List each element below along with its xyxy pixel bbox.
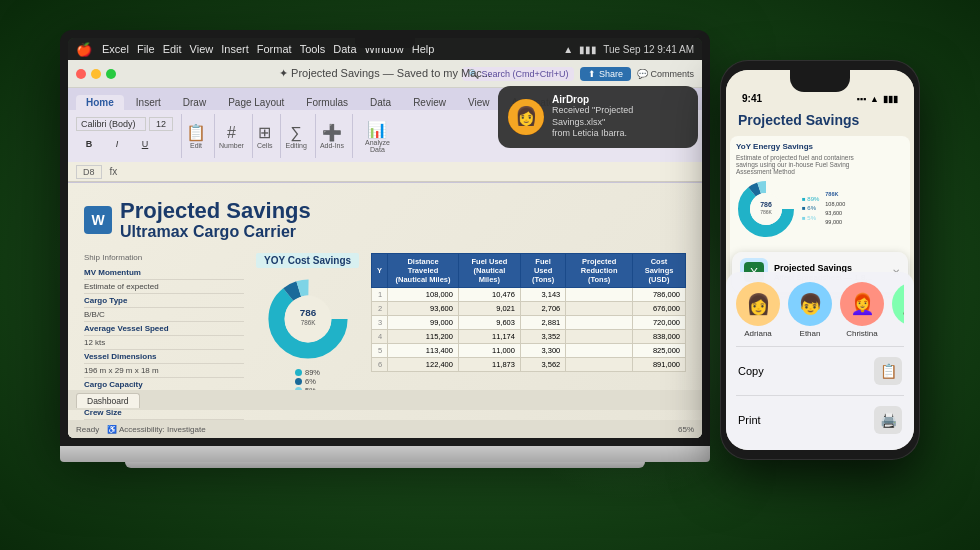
iphone-status-icons: ▪▪▪ ▲ ▮▮▮	[857, 94, 899, 104]
tab-pagelayout[interactable]: Page Layout	[218, 95, 294, 110]
window-title: ✦ Projected Savings — Saved to my Mac...	[279, 67, 491, 80]
iphone-donut-chart: 786 786K	[736, 179, 796, 239]
savings-table: Y Distance Traveled (Nautical Miles) Fue…	[371, 253, 686, 372]
svg-text:786K: 786K	[760, 209, 772, 215]
sheet-body: Ship Information MV Momentum Estimate of…	[84, 253, 686, 438]
airdrop-avatar: 👩	[508, 99, 544, 135]
iphone-chart-row: 786 786K ■ 89% ■ 6% ■ 5% 786K 108,000 93…	[736, 179, 904, 239]
share-name-ethan: Ethan	[800, 329, 821, 338]
formula-bar-separator: fx	[110, 166, 118, 177]
menu-excel[interactable]: Excel	[102, 43, 129, 55]
share-person-adriana[interactable]: 👩 Adriana	[736, 282, 780, 338]
sheet-tab-dashboard[interactable]: Dashboard	[76, 393, 140, 408]
iphone-excel-inner: YoY Energy Savings Estimate of projected…	[730, 136, 910, 245]
analyze-data-group: 📊 AnalyzeData	[357, 120, 390, 153]
share-option-print-label: Print	[738, 414, 761, 426]
legend-item-1: 89%	[295, 368, 320, 377]
close-button[interactable]	[76, 69, 86, 79]
tab-view[interactable]: View	[458, 95, 500, 110]
legend-item-2: 6%	[295, 377, 320, 386]
menu-help[interactable]: Help	[412, 43, 435, 55]
cells-group: ⊞ Cells	[257, 114, 282, 158]
tab-formulas[interactable]: Formulas	[296, 95, 358, 110]
iphone-wifi-icon: ▲	[870, 94, 879, 104]
tab-insert[interactable]: Insert	[126, 95, 171, 110]
macbook-foot	[125, 462, 645, 468]
iphone-excel-title: YoY Energy Savings	[736, 142, 904, 151]
share-avatar-adriana: 👩	[736, 282, 780, 326]
airdrop-notification[interactable]: 👩 AirDrop Received "Projected Savings.xl…	[498, 86, 698, 148]
ship-info-table: Ship Information MV Momentum Estimate of…	[84, 253, 244, 438]
clipboard-group: 📋 Edit	[186, 114, 215, 158]
menu-data[interactable]: Data	[333, 43, 356, 55]
menu-tools[interactable]: Tools	[300, 43, 326, 55]
share-person-ethan[interactable]: 👦 Ethan	[788, 282, 832, 338]
table-row: 4 115,200 11,174 3,352 838,000	[372, 329, 686, 343]
macbook-device: 🍎 Excel File Edit View Insert Format Too…	[60, 30, 710, 468]
donut-chart: 786 786K	[263, 274, 353, 364]
addins-group: ➕ Add-Ins	[320, 114, 353, 158]
cell-reference[interactable]: D8	[76, 165, 102, 179]
italic-button[interactable]: I	[104, 133, 130, 155]
ship-row-dim: Vessel Dimensions	[84, 350, 244, 364]
status-bar: Ready ♿ Accessibility: Investigate 65%	[68, 420, 702, 438]
menu-format[interactable]: Format	[257, 43, 292, 55]
share-option-copy[interactable]: Copy 📋	[736, 351, 904, 391]
share-divider	[736, 346, 904, 347]
share-sheet: 👩 Adriana 👦 Ethan 👩‍🦰 Christina 👧 Lia	[726, 272, 914, 450]
excel-window: ✦ Projected Savings — Saved to my Mac...…	[68, 60, 702, 438]
col-fuel-used: Fuel Used (Nautical Miles)	[458, 253, 520, 287]
macbook-screen: 🍎 Excel File Edit View Insert Format Too…	[68, 38, 702, 438]
legend-dot-2	[295, 378, 302, 385]
maximize-button[interactable]	[106, 69, 116, 79]
ship-row-cargo-val: B/B/C	[84, 308, 244, 322]
iphone-excel-desc: Estimate of projected fuel and container…	[736, 154, 904, 175]
apple-logo-icon[interactable]: 🍎	[76, 42, 92, 57]
minimize-button[interactable]	[91, 69, 101, 79]
tab-draw[interactable]: Draw	[173, 95, 216, 110]
doc-title-main: Projected Savings	[120, 199, 311, 223]
iphone-battery-icon: ▮▮▮	[883, 94, 898, 104]
ship-row-cargo: Cargo Type	[84, 294, 244, 308]
iphone-sheet-title: Projected Savings	[726, 108, 914, 132]
table-row: 3 99,000 9,603 2,881 720,000	[372, 315, 686, 329]
menu-view[interactable]: View	[190, 43, 214, 55]
number-group: # Number	[219, 114, 253, 158]
tab-home[interactable]: Home	[76, 95, 124, 110]
airdrop-body: Received "Projected Savings.xlsx" from L…	[552, 105, 688, 140]
share-person-lia[interactable]: 👧 Lia	[892, 282, 904, 338]
ship-info-label: Ship Information	[84, 253, 244, 262]
ship-row-speed-val: 12 kts	[84, 336, 244, 350]
zoom-level: 65%	[678, 425, 694, 434]
macbook-screen-wrapper: 🍎 Excel File Edit View Insert Format Too…	[60, 30, 710, 446]
share-people-row: 👩 Adriana 👦 Ethan 👩‍🦰 Christina 👧 Lia	[736, 282, 904, 338]
col-savings: Cost Savings (USD)	[633, 253, 686, 287]
iphone-chart-labels: ■ 89% ■ 6% ■ 5%	[802, 195, 819, 224]
bold-button[interactable]: B	[76, 133, 102, 155]
font-size-display[interactable]: 12	[149, 117, 173, 131]
share-avatar-christina: 👩‍🦰	[840, 282, 884, 326]
menu-insert[interactable]: Insert	[221, 43, 249, 55]
iphone-notch	[790, 70, 850, 92]
chart-title: YOY Cost Savings	[256, 253, 359, 268]
share-name-christina: Christina	[846, 329, 878, 338]
share-person-christina[interactable]: 👩‍🦰 Christina	[840, 282, 884, 338]
tab-data[interactable]: Data	[360, 95, 401, 110]
tab-review[interactable]: Review	[403, 95, 456, 110]
share-button[interactable]: ⬆ Share	[580, 67, 631, 81]
menu-edit[interactable]: Edit	[163, 43, 182, 55]
comments-button[interactable]: 💬 Comments	[637, 69, 694, 79]
col-distance: Distance Traveled (Nautical Miles)	[388, 253, 459, 287]
col-reduction: Projected Reduction (Tons)	[566, 253, 633, 287]
svg-text:786: 786	[299, 307, 316, 318]
underline-button[interactable]: U	[132, 133, 158, 155]
sheet-tab-bar: Dashboard	[68, 390, 702, 410]
svg-text:👩: 👩	[515, 105, 538, 127]
doc-title-sub: Ultramax Cargo Carrier	[120, 223, 311, 241]
share-option-print[interactable]: Print 🖨️	[736, 400, 904, 440]
svg-text:786K: 786K	[300, 319, 316, 326]
menu-file[interactable]: File	[137, 43, 155, 55]
ship-row-2: Estimate of expected	[84, 280, 244, 294]
font-name-display[interactable]: Calibri (Body)	[76, 117, 146, 131]
airdrop-title: AirDrop	[552, 94, 688, 105]
